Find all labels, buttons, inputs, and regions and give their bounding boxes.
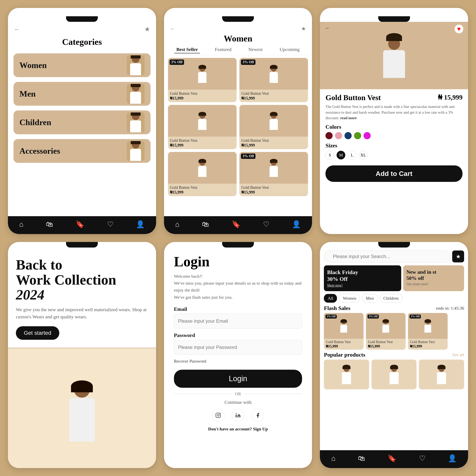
size-l[interactable]: L bbox=[348, 151, 357, 159]
profile-nav-icon[interactable]: 👤 bbox=[448, 454, 457, 462]
cart-nav-icon[interactable]: 🛍 bbox=[202, 220, 209, 228]
banner-shop-now[interactable]: Shop now! bbox=[327, 283, 398, 288]
popular-header: Popular products See all bbox=[320, 350, 468, 359]
product-img-3 bbox=[168, 105, 237, 137]
size-m[interactable]: M bbox=[337, 151, 345, 159]
splash-title: Back to Work Collection 2024 bbox=[16, 257, 148, 303]
instagram-icon[interactable] bbox=[212, 409, 224, 422]
color-dot-2[interactable] bbox=[335, 132, 342, 139]
see-all-link[interactable]: See all bbox=[452, 352, 464, 357]
login-button[interactable]: Login bbox=[174, 370, 302, 388]
linkedin-icon[interactable] bbox=[232, 409, 244, 422]
color-dot-4[interactable] bbox=[354, 132, 361, 139]
product-card-2[interactable]: 3% Off Gold Button Vest ₦15,999 bbox=[239, 58, 308, 102]
flash-product-2[interactable]: 3% Off Gold Button Vest ₦15,999 bbox=[366, 313, 406, 350]
back-icon[interactable]: ← bbox=[14, 26, 20, 33]
hair bbox=[270, 112, 277, 116]
pd-back-icon[interactable]: ← bbox=[325, 25, 331, 33]
email-label: Email bbox=[174, 306, 302, 312]
pl-back-icon[interactable]: ← bbox=[170, 26, 175, 32]
product-img-1: 3% Off bbox=[168, 58, 237, 90]
facebook-icon[interactable] bbox=[252, 409, 264, 422]
filter-men[interactable]: Men bbox=[362, 294, 377, 303]
home-nav-icon[interactable]: ⌂ bbox=[175, 220, 180, 228]
profile-nav-icon[interactable]: 👤 bbox=[292, 220, 301, 228]
read-more-link[interactable]: read more bbox=[340, 116, 357, 120]
product-img-4 bbox=[239, 105, 308, 137]
person-figure bbox=[130, 84, 141, 104]
popular-title: Popular products bbox=[324, 352, 365, 358]
get-started-button[interactable]: Get started bbox=[16, 326, 59, 340]
banner-row: Black Friday30% Off Shop now! New and in… bbox=[320, 265, 468, 291]
signup-action[interactable]: Sign Up bbox=[253, 426, 268, 431]
product-name-4: Gold Button Vest bbox=[241, 138, 306, 143]
home-nav-icon[interactable]: ⌂ bbox=[19, 220, 24, 228]
search-input[interactable] bbox=[324, 250, 450, 263]
person-fig bbox=[198, 65, 206, 83]
product-card-3[interactable]: Gold Button Vest ₦15,999 bbox=[168, 105, 237, 149]
wishlist-nav-icon[interactable]: ♡ bbox=[107, 220, 113, 228]
category-women[interactable]: Women bbox=[14, 53, 151, 77]
bookmark-nav-icon[interactable]: 🔖 bbox=[388, 454, 396, 462]
product-card-5[interactable]: Gold Button Vest ₦15,999 bbox=[168, 152, 237, 196]
pd-heart-icon[interactable]: ♥ bbox=[455, 25, 463, 33]
password-input[interactable] bbox=[174, 340, 302, 355]
phone-notch-4 bbox=[66, 242, 98, 248]
person-fig bbox=[270, 159, 278, 177]
product-card-4[interactable]: Gold Button Vest ₦15,999 bbox=[239, 105, 308, 149]
tab-featured[interactable]: Featured bbox=[213, 46, 233, 53]
phone-notch-1 bbox=[66, 16, 98, 22]
size-xl[interactable]: XL bbox=[359, 151, 368, 159]
profile-nav-icon[interactable]: 👤 bbox=[136, 220, 145, 228]
popular-card-3[interactable] bbox=[419, 359, 464, 389]
splash-title-line1: Back to bbox=[16, 257, 62, 273]
add-to-cart-button[interactable]: Add to Cart bbox=[325, 165, 462, 182]
product-card-6[interactable]: 3% Off Gold Button Vest ₦15,999 bbox=[239, 152, 308, 196]
pl-bookmark-icon[interactable]: ★ bbox=[301, 25, 306, 32]
popular-card-2[interactable] bbox=[372, 359, 417, 389]
flash-product-1[interactable]: 3% Off Gold Button Vest ₦15,999 bbox=[324, 313, 364, 350]
tab-upcoming[interactable]: Upcoming bbox=[277, 46, 302, 53]
banner-new-arrivals[interactable]: New and in st50% off Get yours now! bbox=[403, 265, 464, 291]
home-nav-icon[interactable]: ⌂ bbox=[331, 454, 336, 462]
flash-badge-3: 3% Off bbox=[409, 315, 421, 319]
tab-newest[interactable]: Newest bbox=[246, 46, 265, 53]
filter-all[interactable]: All bbox=[324, 294, 337, 303]
star-button[interactable]: ★ bbox=[452, 251, 464, 262]
filter-women[interactable]: Women bbox=[339, 294, 360, 303]
cart-nav-icon[interactable]: 🛍 bbox=[46, 220, 53, 228]
product-info-2: Gold Button Vest ₦15,999 bbox=[239, 90, 308, 102]
signup-link[interactable]: Don't have an account? Sign Up bbox=[174, 426, 302, 436]
recover-password-link[interactable]: Recover Password bbox=[174, 358, 302, 364]
category-children[interactable]: Children bbox=[14, 110, 151, 134]
category-img-men bbox=[127, 84, 145, 104]
popular-card-1[interactable] bbox=[324, 359, 369, 389]
flash-product-3[interactable]: 3% Off Gold Button Vest ₦15,999 bbox=[408, 313, 448, 350]
bookmark-nav-icon[interactable]: 🔖 bbox=[76, 220, 85, 228]
person bbox=[425, 319, 431, 333]
category-accessories[interactable]: Accessories bbox=[14, 139, 151, 163]
color-dot-3[interactable] bbox=[344, 132, 352, 139]
banner-black-friday[interactable]: Black Friday30% Off Shop now! bbox=[324, 265, 401, 291]
phone-notch-6 bbox=[378, 242, 410, 248]
cart-nav-icon[interactable]: 🛍 bbox=[358, 454, 365, 462]
category-img-children bbox=[127, 112, 145, 132]
color-dot-1[interactable] bbox=[325, 132, 333, 139]
body bbox=[270, 166, 278, 177]
email-input[interactable] bbox=[174, 314, 302, 328]
wishlist-nav-icon[interactable]: ♡ bbox=[419, 454, 425, 462]
wishlist-nav-icon[interactable]: ♡ bbox=[263, 220, 269, 228]
tab-best-seller[interactable]: Best Seller bbox=[174, 46, 200, 53]
person bbox=[382, 319, 389, 333]
product-card-1[interactable]: 3% Off Gold Button Vest ₦15,999 bbox=[168, 58, 237, 102]
bookmark-icon[interactable]: ★ bbox=[144, 25, 150, 33]
banner-black-title: Black Friday30% Off bbox=[327, 269, 398, 282]
size-s[interactable]: S bbox=[325, 151, 334, 159]
color-dot-5[interactable] bbox=[364, 132, 371, 139]
category-men[interactable]: Men bbox=[14, 82, 151, 106]
product-name-5: Gold Button Vest bbox=[170, 185, 235, 190]
filter-children[interactable]: Children bbox=[380, 294, 402, 303]
bookmark-nav-icon[interactable]: 🔖 bbox=[232, 220, 240, 228]
person bbox=[340, 319, 347, 333]
svg-rect-0 bbox=[216, 413, 220, 418]
